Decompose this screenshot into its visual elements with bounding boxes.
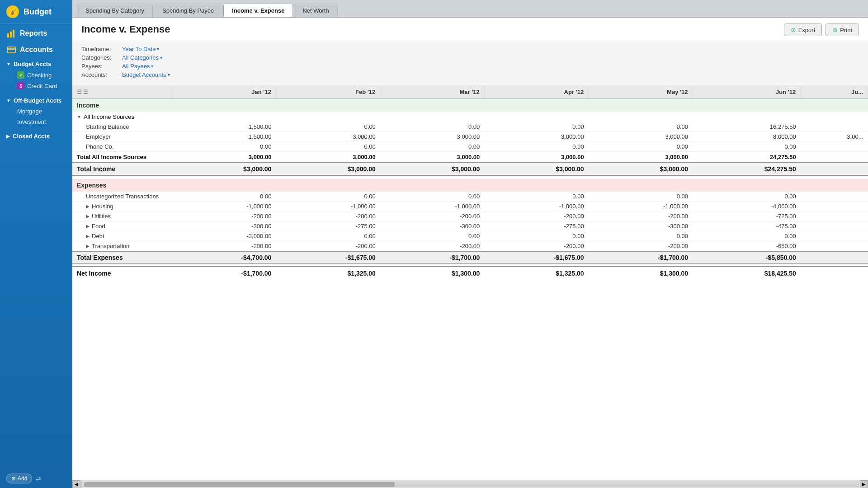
scroll-thumb[interactable] [84,482,395,487]
transportation-row: ▶ Transportation -200.00 -200.00 -200.00… [72,241,868,252]
total-expenses-feb: -$1,675.00 [276,251,380,264]
credit-card-label: Credit Card [27,83,57,89]
debt-jun: 0.00 [693,231,801,241]
col-header-mar: Mar '12 [380,86,484,99]
closed-accts-header[interactable]: ▶ Closed Accts [5,131,72,142]
employer-apr: 3,000.00 [484,132,588,142]
utilities-mar: -200.00 [380,211,484,221]
total-all-income-may: 3,000.00 [589,152,693,163]
all-income-sources-row[interactable]: ▼ All Income Sources [72,112,868,122]
all-income-jul [801,112,868,122]
categories-value[interactable]: All Categories ▾ [122,54,162,61]
payees-label: Payees: [81,63,122,70]
utilities-expand[interactable]: ▶ [86,214,90,219]
report-title: Income v. Expense [81,23,170,35]
phone-co-jul [801,142,868,152]
filter-accounts-row: Accounts: Budget Accounts ▾ [81,71,859,78]
scroll-left-arrow[interactable]: ◀ [72,480,80,488]
total-all-income-apr: 3,000.00 [484,152,588,163]
total-income-label: Total Income [72,163,172,175]
off-budget-label: Off-Budget Accts [14,97,61,104]
tab-net-worth[interactable]: Net Worth [294,4,337,17]
sidebar: 💰 Budget Reports Accounts ▼ Budget Accts… [0,0,72,488]
sidebar-item-credit-card[interactable]: $ Credit Card [5,80,72,91]
transfer-icon[interactable]: ⇄ [36,475,41,482]
budget-accts-header[interactable]: ▼ Budget Accts [5,58,72,70]
uncategorized-mar: 0.00 [380,192,484,202]
categories-label: Categories: [81,54,122,61]
phone-co-row: Phone Co. 0.00 0.00 0.00 0.00 0.00 0.00 [72,142,868,152]
add-button[interactable]: ⊕ Add [6,474,32,483]
col-header-apr: Apr '12 [484,86,588,99]
off-budget-accts-group: ▼ Off-Budget Accts Mortgage Investment [0,93,72,129]
tab-spending-payee[interactable]: Spending By Payee [154,4,222,17]
all-income-label: ▼ All Income Sources [72,112,172,122]
export-button[interactable]: ⊕ Export [784,23,822,36]
reports-label: Reports [20,29,47,38]
print-label: Print [840,27,852,33]
debt-expand[interactable]: ▶ [86,234,90,239]
employer-row: Employer 1,500.00 3,000.00 3,000.00 3,00… [72,132,868,142]
report-area: Income v. Expense ⊕ Export ⊕ Print Timef… [72,18,868,488]
transportation-expand[interactable]: ▶ [86,244,90,249]
housing-feb: -1,000.00 [276,202,380,211]
scroll-track[interactable] [81,482,859,487]
accounts-label: Accounts [20,46,53,54]
svg-rect-0 [7,33,9,38]
all-income-feb [276,112,380,122]
net-income-apr: $1,325.00 [484,267,588,280]
uncategorized-apr: 0.00 [484,192,588,202]
phone-co-feb: 0.00 [276,142,380,152]
total-all-income-sources-row: Total All Income Sources 3,000.00 3,000.… [72,152,868,163]
checking-icon: ✓ [17,71,24,79]
report-table: ☰ ☰ Jan '12 Feb '12 Mar '12 Apr '12 May … [72,86,868,280]
net-income-feb: $1,325.00 [276,267,380,280]
starting-balance-jan: 1,500.00 [172,122,276,132]
print-button[interactable]: ⊕ Print [826,23,859,36]
debt-jul [801,231,868,241]
table-container[interactable]: ☰ ☰ Jan '12 Feb '12 Mar '12 Apr '12 May … [72,86,868,480]
sidebar-item-checking[interactable]: ✓ Checking [5,70,72,80]
sidebar-item-reports[interactable]: Reports [0,24,72,40]
food-expand[interactable]: ▶ [86,224,90,229]
employer-feb: 3,000.00 [276,132,380,142]
expenses-section-header: Expenses [72,179,868,192]
sidebar-item-accounts[interactable]: Accounts [0,40,72,56]
scroll-right-arrow[interactable]: ▶ [860,480,868,488]
debt-jan: -3,000.00 [172,231,276,241]
total-income-jul [801,163,868,175]
timeframe-value[interactable]: Year To Date ▾ [122,46,159,52]
housing-mar: -1,000.00 [380,202,484,211]
housing-jul [801,202,868,211]
col-header-feb: Feb '12 [276,86,380,99]
accounts-filter-value[interactable]: Budget Accounts ▾ [122,71,170,78]
svg-rect-1 [10,32,12,38]
col-header-jun: Jun '12 [693,86,801,99]
utilities-jan: -200.00 [172,211,276,221]
food-row: ▶ Food -300.00 -275.00 -300.00 -275.00 -… [72,221,868,231]
sidebar-item-investment[interactable]: Investment [5,117,72,127]
tab-spending-category[interactable]: Spending By Category [77,4,153,17]
horizontal-scrollbar[interactable]: ◀ ▶ [72,480,868,488]
transportation-jun: -650.00 [693,241,801,252]
housing-jan: -1,000.00 [172,202,276,211]
all-income-apr [484,112,588,122]
print-icon: ⊕ [832,26,838,33]
debt-feb: 0.00 [276,231,380,241]
off-budget-arrow: ▼ [6,98,11,103]
employer-jun: 8,000.00 [693,132,801,142]
housing-expand[interactable]: ▶ [86,204,90,209]
employer-may: 3,000.00 [589,132,693,142]
uncategorized-row: Uncategorized Transactions 0.00 0.00 0.0… [72,192,868,202]
tab-bar: Spending By Category Spending By Payee I… [72,0,868,18]
payees-value[interactable]: All Payees ▾ [122,63,153,70]
filter-payees-row: Payees: All Payees ▾ [81,63,859,70]
sidebar-item-mortgage[interactable]: Mortgage [5,106,72,117]
timeframe-label: Timeframe: [81,46,122,52]
off-budget-accts-header[interactable]: ▼ Off-Budget Accts [5,95,72,106]
employer-mar: 3,000.00 [380,132,484,142]
total-all-income-feb: 3,000.00 [276,152,380,163]
debt-may: 0.00 [589,231,693,241]
tab-income-expense[interactable]: Income v. Expense [223,4,293,17]
sort-icons[interactable]: ☰ ☰ [77,89,88,95]
